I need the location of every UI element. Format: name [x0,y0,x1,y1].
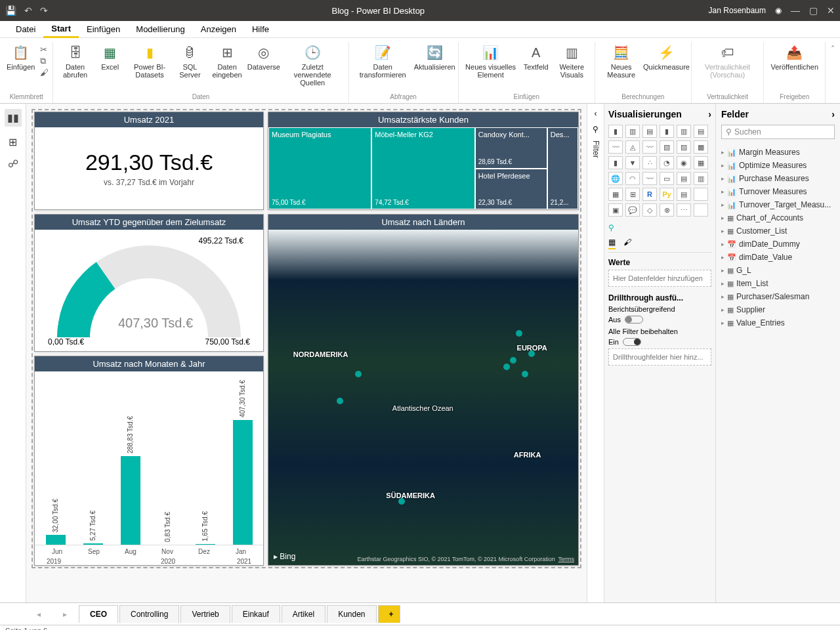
undo-icon[interactable]: ↶ [24,5,32,16]
viz-type-icon[interactable]: ▥ [677,125,691,138]
viz-type-icon[interactable]: ▭ [660,172,674,185]
viz-type-icon[interactable]: ▮ [608,125,623,138]
viz-type-icon[interactable]: R [642,188,657,201]
field-item[interactable]: ▸▦Supplier [721,303,835,316]
viz-type-icon[interactable]: Py [660,188,674,201]
viz-type-icon[interactable]: ▤ [677,172,691,185]
viz-type-icon[interactable]: ▤ [677,188,691,201]
chevron-left-icon[interactable]: ‹ [595,109,597,118]
page-tab[interactable]: Einkauf [232,605,280,623]
ribbon-collapse-icon[interactable]: ˄ [826,42,840,103]
paste-button[interactable]: 📋Einfügen [4,42,37,92]
viz-type-icon[interactable]: 〰 [608,140,623,154]
minimize-icon[interactable]: — [791,5,800,16]
viz-type-icon[interactable]: ◔ [660,156,674,169]
tab-hilfe[interactable]: Hilfe [244,22,277,37]
field-item[interactable]: ▸📅dimDate_Value [721,251,835,264]
viz-type-icon[interactable] [694,188,708,201]
field-item[interactable]: ▸📊Turnover_Target_Measu... [721,198,835,211]
maximize-icon[interactable]: ▢ [809,5,818,16]
treemap-cell[interactable]: Museum Plagiatus75,00 Tsd.€ [268,127,371,209]
viz-type-icon[interactable]: 〰 [642,172,657,185]
more-visuals-button[interactable]: ▥Weitere Visuals [553,42,591,92]
viz-type-icon[interactable]: ⊞ [625,188,640,201]
textbox-button[interactable]: ATextfeld [522,42,551,92]
tab-start[interactable]: Start [43,21,79,38]
pbi-datasets-button[interactable]: ▮Power BI-Datasets [127,42,173,92]
chevron-right-icon[interactable]: › [831,109,835,119]
refresh-button[interactable]: 🔄Aktualisieren [415,42,454,92]
viz-type-icon[interactable]: ∴ [642,156,657,169]
cross-report-toggle[interactable] [625,316,643,324]
field-item[interactable]: ▸▦Value_Entries [721,316,835,329]
viz-type-icon[interactable]: 〰 [642,140,657,154]
chevron-right-icon[interactable]: › [708,109,711,119]
field-item[interactable]: ▸▦Item_List [721,277,835,290]
field-item[interactable]: ▸📅dimDate_Dummy [721,238,835,251]
treemap-cell[interactable]: Möbel-Meller KG274,72 Tsd.€ [371,127,474,209]
copy-icon[interactable]: ⧉ [40,56,49,66]
transform-data-button[interactable]: 📝Daten transformieren [353,42,413,92]
model-view-icon[interactable]: ☍ [8,158,18,170]
add-page-button[interactable]: + [378,605,400,623]
viz-type-icon[interactable]: ▦ [694,156,708,169]
viz-type-icon[interactable]: ⊗ [660,203,674,217]
save-icon[interactable]: 💾 [5,5,16,16]
treemap-card[interactable]: Umsatzstärkste Kunden Museum Plagiatus75… [268,112,579,210]
field-item[interactable]: ▸📊Turnover Measures [721,185,835,198]
filter-pane-collapsed[interactable]: ‹ ⚲ Filter [587,104,604,602]
dataverse-button[interactable]: ◎Dataverse [249,42,278,92]
field-item[interactable]: ▸📊Purchase Measures [721,172,835,185]
format-painter-icon[interactable]: 🖌 [40,68,49,77]
viz-type-icon[interactable]: ▤ [642,125,657,138]
cut-icon[interactable]: ✂ [40,45,49,54]
map-terms-link[interactable]: Terms [558,556,575,562]
report-view-icon[interactable]: ▮▮ [5,109,22,127]
bar-chart-card[interactable]: Umsatz nach Monaten & Jahr 32,00 Tsd.€5,… [34,356,264,566]
format-tab-icon[interactable]: 🖌 [623,238,631,249]
page-tab[interactable]: Controlling [119,605,179,623]
viz-type-icon[interactable]: 💬 [625,203,640,217]
new-measure-button[interactable]: 🧮Neues Measure [599,42,643,92]
drill-fields-drop[interactable]: Drillthroughfelder hier hinz... [608,348,711,366]
tab-datei[interactable]: Datei [8,22,43,37]
viz-type-icon[interactable]: ▤ [694,125,708,138]
viz-type-icon[interactable]: ▮ [608,156,623,169]
data-view-icon[interactable]: ⊞ [9,136,17,148]
viz-type-icon[interactable]: ▮ [660,125,674,138]
page-tab[interactable]: Kunden [327,605,376,623]
user-avatar-icon[interactable]: ◉ [775,6,782,15]
gauge-card[interactable]: Umsatz YTD gegenüber dem Zielumsatz 495,… [34,214,264,352]
viz-type-icon[interactable]: ▼ [625,156,640,169]
enter-data-button[interactable]: ⊞Daten eingeben [207,42,247,92]
page-tab[interactable]: Vertrieb [180,605,230,623]
map-body[interactable]: NORDAMERIKA EUROPA Atlantischer Ozean AF… [268,230,578,565]
treemap-cell[interactable]: Hotel Pferdesee22,30 Tsd.€ [475,169,547,210]
page-next[interactable]: ▸ [52,606,77,623]
field-item[interactable]: ▸▦Customer_List [721,224,835,238]
sql-server-button[interactable]: 🛢SQL Server [175,42,205,92]
new-visual-button[interactable]: 📊Neues visuelles Element [463,42,519,92]
field-item[interactable]: ▸▦Chart_of_Accounts [721,211,835,224]
report-canvas[interactable]: Umsatz 2021 291,30 Tsd.€ vs. 37,27 Tsd.€… [26,104,587,602]
field-item[interactable]: ▸📊Optimize Measures [721,159,835,172]
get-data-button[interactable]: 🗄Daten abrufen [57,42,93,92]
viz-type-icon[interactable]: ◉ [677,156,691,169]
publish-button[interactable]: 📤Veröffentlichen [768,42,821,92]
excel-button[interactable]: ▦Excel [96,42,125,92]
search-viz-icon[interactable]: ⚲ [608,223,614,232]
tab-modellierung[interactable]: Modellierung [128,22,192,37]
page-prev[interactable]: ◂ [26,606,51,623]
viz-type-icon[interactable]: ◠ [625,172,640,185]
viz-type-icon[interactable]: ◇ [642,203,657,217]
page-tab[interactable]: Artikel [282,605,326,623]
field-item[interactable]: ▸📊Margin Measures [721,146,835,159]
treemap-cell[interactable]: Des...21,2... [547,127,578,209]
viz-type-icon[interactable]: ⋯ [677,203,691,217]
field-item[interactable]: ▸▦G_L [721,264,835,277]
viz-type-icon[interactable]: ▩ [694,140,708,154]
fields-search[interactable]: ⚲Suchen [721,125,835,139]
viz-type-icon[interactable]: ▨ [677,140,691,154]
close-icon[interactable]: ✕ [827,5,835,16]
user-name[interactable]: Jan Rosenbaum [709,6,766,15]
